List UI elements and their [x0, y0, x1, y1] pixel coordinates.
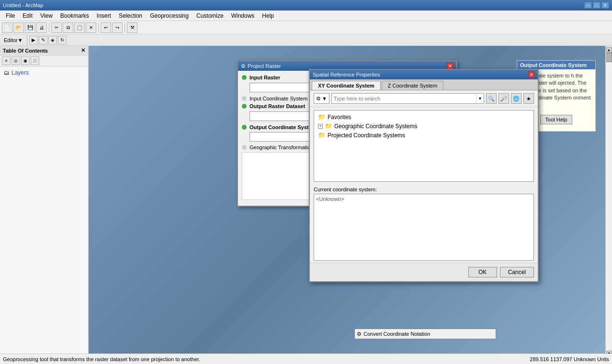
- delete-btn[interactable]: ✕: [86, 22, 96, 33]
- geographic-expand-btn[interactable]: +: [318, 124, 323, 129]
- toc-close-btn[interactable]: ✕: [81, 47, 85, 54]
- title-bar: Untitled - ArcMap ─ □ ✕: [0, 0, 612, 11]
- menu-customize[interactable]: Customize: [193, 11, 227, 20]
- search-input[interactable]: [332, 96, 476, 101]
- toc-content: 🗂 Layers: [0, 66, 88, 356]
- sep2: [98, 23, 99, 33]
- rotate-btn[interactable]: ↻: [58, 36, 67, 44]
- toc-vis-btn[interactable]: ◉: [21, 56, 30, 65]
- minimize-btn[interactable]: ─: [584, 2, 592, 9]
- output-coord-label: Output Coordinate Syste...: [249, 124, 316, 130]
- sep4: [27, 35, 27, 45]
- search-go-btn[interactable]: 🔍: [486, 93, 497, 104]
- ok-button[interactable]: OK: [468, 267, 497, 277]
- scroll-track: [606, 53, 612, 351]
- input-coord-label: Input Coordinate System: [249, 96, 307, 101]
- menu-windows[interactable]: Windows: [227, 11, 259, 20]
- tool-help-btn[interactable]: Tool Help: [540, 115, 573, 124]
- sep1: [49, 23, 49, 33]
- output-raster-indicator: [242, 104, 247, 109]
- favorites-folder-icon: 📁: [318, 113, 326, 121]
- redo-btn[interactable]: ↪: [112, 22, 123, 33]
- geo-transform-label: Geographic Transformatio...: [249, 144, 315, 150]
- maximize-btn[interactable]: □: [593, 2, 601, 9]
- menu-selection[interactable]: Selection: [115, 11, 146, 20]
- search-area: ⚙ ▼ ▼ 🔍 🔎 🌐 ★: [310, 90, 538, 107]
- spatial-ref-close-btn[interactable]: ✕: [528, 71, 535, 78]
- new-btn[interactable]: 📄: [2, 22, 12, 33]
- cancel-button[interactable]: Cancel: [500, 267, 534, 277]
- menu-bookmarks[interactable]: Bookmarks: [57, 11, 93, 20]
- current-coord-section: Current coordinate system: <Unknown>: [310, 185, 538, 263]
- tools-btn[interactable]: ⚒: [127, 22, 137, 33]
- print-btn[interactable]: 🖨: [36, 22, 47, 33]
- globe-btn[interactable]: 🌐: [511, 93, 521, 104]
- copy-btn[interactable]: ⧉: [63, 22, 73, 33]
- menu-edit[interactable]: Edit: [19, 11, 36, 20]
- save-btn[interactable]: 💾: [25, 22, 35, 33]
- sep3: [125, 23, 125, 33]
- spatial-ref-dialog: Spatial Reference Properties ✕ XY Coordi…: [309, 69, 539, 282]
- main-area: Table Of Contents ✕ ≡ ◎ ◉ □ 🗂 Layers ⚙ P…: [0, 46, 612, 356]
- projected-folder-icon: 📁: [318, 132, 326, 139]
- main-toolbar: 📄 📂 💾 🖨 ✂ ⧉ 📋 ✕ ↩ ↪ ⚒: [0, 21, 612, 34]
- output-coord-indicator: [242, 125, 247, 130]
- cut-btn[interactable]: ✂: [51, 22, 62, 33]
- tab-z-coordinate[interactable]: Z Coordinate System: [382, 81, 443, 90]
- toc-source-btn[interactable]: ◎: [11, 56, 20, 65]
- status-message: Geoprocessing tool that transforms the r…: [3, 356, 530, 362]
- spatial-ref-buttons: OK Cancel: [310, 263, 538, 281]
- vertex-btn[interactable]: ◈: [48, 36, 57, 44]
- convert-notation-strip: ⚙ Convert Coordinate Notation: [354, 329, 496, 339]
- title-bar-controls: ─ □ ✕: [584, 2, 609, 9]
- toc-sel-btn[interactable]: □: [31, 56, 39, 65]
- menu-help[interactable]: Help: [258, 11, 278, 20]
- sketch-btn[interactable]: ✎: [39, 36, 47, 44]
- project-raster-close-btn[interactable]: ✕: [447, 63, 453, 69]
- geographic-label: Geographic Coordinate Systems: [334, 123, 417, 130]
- tab-xy-coordinate[interactable]: XY Coordinate System: [312, 81, 381, 90]
- toc-layers-item[interactable]: 🗂 Layers: [2, 68, 86, 77]
- search-dropdown-arrow[interactable]: ▼: [476, 94, 484, 103]
- output-raster-label: Output Raster Dataset: [249, 103, 305, 109]
- menu-insert[interactable]: Insert: [93, 11, 115, 20]
- menu-view[interactable]: View: [36, 11, 57, 20]
- help-panel-header: Output Coordinate System: [517, 61, 595, 69]
- coord-system-tree[interactable]: 📁 Favorites + 📁 Geographic Coordinate Sy…: [314, 110, 534, 182]
- toc-list-btn[interactable]: ≡: [2, 56, 11, 65]
- dropdown-arrow-icon: ▼: [322, 96, 327, 101]
- tree-projected[interactable]: 📁 Projected Coordinate Systems: [316, 131, 532, 140]
- input-raster-label: Input Raster: [249, 75, 280, 80]
- menu-geoprocessing[interactable]: Geoprocessing: [146, 11, 193, 20]
- bookmark-btn[interactable]: ★: [523, 93, 534, 104]
- tree-favorites[interactable]: 📁 Favorites: [316, 112, 532, 121]
- spatial-ref-titlebar[interactable]: Spatial Reference Properties ✕: [310, 70, 538, 79]
- edit-tool-btn[interactable]: ▶: [29, 36, 38, 44]
- geographic-folder-icon: 📁: [325, 122, 332, 130]
- canvas-area[interactable]: ⚙ Project Raster ✕ Input Raster 📂 Input …: [89, 46, 605, 356]
- search-input-wrapper[interactable]: ▼: [331, 93, 484, 104]
- status-bar: Geoprocessing tool that transforms the r…: [0, 353, 612, 364]
- favorites-label: Favorites: [328, 114, 351, 121]
- close-app-btn[interactable]: ✕: [601, 2, 609, 9]
- project-raster-title: Project Raster: [248, 63, 447, 69]
- menu-file[interactable]: File: [2, 11, 19, 20]
- current-coord-text-area[interactable]: <Unknown>: [314, 194, 534, 261]
- open-btn[interactable]: 📂: [13, 22, 24, 33]
- tree-geographic[interactable]: + 📁 Geographic Coordinate Systems: [316, 121, 532, 131]
- scroll-up-btn[interactable]: ▲: [606, 47, 612, 53]
- spatial-ref-title: Spatial Reference Properties: [313, 72, 528, 77]
- convert-icon: ⚙: [357, 331, 362, 337]
- projected-label: Projected Coordinate Systems: [328, 132, 405, 139]
- scroll-thumb[interactable]: [606, 53, 612, 62]
- undo-btn[interactable]: ↩: [101, 22, 111, 33]
- layers-icon: 🗂: [4, 69, 10, 76]
- paste-btn[interactable]: 📋: [74, 22, 85, 33]
- search-filter-btn[interactable]: ⚙ ▼: [314, 93, 329, 104]
- filter-icon: ⚙: [316, 96, 321, 102]
- menu-bar: File Edit View Bookmarks Insert Selectio…: [0, 11, 612, 21]
- toc-panel: Table Of Contents ✕ ≡ ◎ ◉ □ 🗂 Layers: [0, 46, 89, 356]
- project-raster-icon: ⚙: [241, 63, 246, 69]
- search-advanced-btn[interactable]: 🔎: [499, 93, 509, 104]
- convert-label: Convert Coordinate Notation: [363, 331, 430, 337]
